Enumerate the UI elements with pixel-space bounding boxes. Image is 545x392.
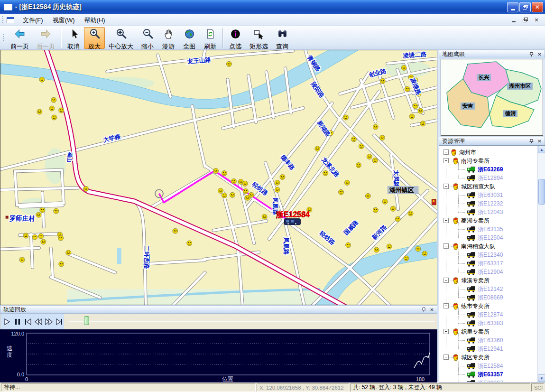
vehicle-marker-smiley[interactable] [373, 207, 378, 213]
skip-start-button[interactable] [23, 317, 33, 327]
tree-expander[interactable] [443, 329, 449, 334]
menu-item-H[interactable]: 帮助(H) [80, 15, 110, 25]
vehicle-marker-smiley[interactable] [213, 168, 219, 174]
vehicle-marker-smiley[interactable] [367, 154, 372, 159]
close-icon[interactable]: ✕ [536, 138, 543, 144]
vehicle-marker-smiley[interactable] [59, 108, 64, 113]
vehicle-tree[interactable]: 湖州市南浔专卖所浙E63269浙E12894城区稽查大队浙E63031浙E122… [440, 146, 536, 382]
tree-expander[interactable] [443, 158, 449, 163]
tree-item-vehicle[interactable]: 浙E12874 [466, 310, 503, 319]
vehicle-marker-smiley[interactable] [218, 188, 223, 193]
vehicle-marker-smiley[interactable] [37, 109, 42, 114]
minimize-button[interactable] [507, 2, 518, 12]
pan-button[interactable]: 漫游 [158, 27, 179, 49]
vehicle-marker-smiley[interactable] [32, 234, 37, 240]
vehicle-marker-smiley[interactable] [356, 163, 361, 168]
vehicle-marker-smiley[interactable] [230, 192, 235, 197]
tree-item-vehicle[interactable]: 浙E63031 [466, 191, 503, 199]
tree-expander[interactable] [443, 278, 449, 283]
tree-item-vehicle[interactable]: 浙E08669 [466, 293, 503, 302]
fast-forward-button[interactable] [44, 317, 54, 327]
tree-item-vehicle[interactable]: 浙E63357 [466, 370, 503, 379]
rewind-button[interactable] [34, 317, 43, 327]
vehicle-marker-smiley[interactable] [54, 208, 59, 214]
query-button[interactable]: 查询 [272, 27, 293, 49]
vehicle-marker-smiley[interactable] [49, 106, 55, 111]
vehicle-marker-smiley[interactable] [275, 187, 280, 192]
vehicle-marker-smiley[interactable] [245, 195, 250, 200]
tree-item-vehicle[interactable]: 浙E12941 [466, 345, 503, 353]
zoom-out-button[interactable]: 缩小 [137, 27, 158, 49]
vehicle-marker-smiley[interactable] [382, 199, 388, 204]
vehicle-marker-smiley[interactable] [409, 114, 415, 119]
tree-item-vehicle[interactable]: 浙E63269 [466, 165, 503, 174]
vehicle-marker-smiley[interactable] [38, 233, 44, 239]
tree-item-group[interactable]: 埭溪专卖所 [452, 276, 490, 285]
prev-page-button[interactable]: 前一页 [7, 27, 33, 49]
tree-item-vehicle[interactable]: 浙E12894 [466, 174, 503, 182]
vehicle-marker-smiley[interactable] [372, 158, 378, 163]
vehicle-marker-smiley[interactable] [23, 233, 28, 238]
point-select-button[interactable]: 点选 [225, 27, 246, 49]
tree-expander[interactable] [443, 149, 449, 155]
vehicle-marker-smiley[interactable] [418, 108, 423, 113]
tree-expander[interactable] [443, 218, 449, 223]
vehicle-marker-smiley[interactable] [323, 171, 328, 176]
vehicle-marker-smiley[interactable] [373, 124, 378, 130]
zoom-in-button[interactable]: 放大 [84, 27, 105, 49]
center-zoom-button[interactable]: 中心放大 [105, 27, 137, 49]
vehicle-marker-smiley[interactable] [380, 78, 385, 84]
vehicle-marker-smiley[interactable] [345, 180, 350, 185]
vehicle-marker-smiley[interactable] [51, 97, 56, 103]
tree-item-vehicle[interactable]: 浙E12043 [466, 208, 503, 216]
vehicle-marker-smiley[interactable] [422, 251, 427, 256]
overview-map[interactable]: 长兴湖州市区安吉德清 [441, 59, 543, 136]
rect-select-button[interactable]: 矩形选 [246, 27, 272, 49]
child-close-button[interactable]: ✕ [533, 17, 540, 24]
tracked-vehicle-bus[interactable] [284, 219, 300, 225]
tree-expander[interactable] [443, 184, 449, 189]
vehicle-marker-smiley[interactable] [413, 103, 418, 109]
vehicle-marker-smiley[interactable] [408, 211, 413, 216]
skip-end-button[interactable] [55, 317, 64, 327]
playback-slider-thumb[interactable] [84, 316, 89, 325]
vehicle-marker-smiley[interactable] [19, 257, 25, 262]
vehicle-marker-smiley[interactable] [52, 115, 57, 120]
vehicle-marker-smiley[interactable] [173, 228, 178, 233]
tree-item-vehicle[interactable]: 浙E63317 [466, 259, 503, 268]
vehicle-marker-smiley[interactable] [365, 193, 370, 198]
tree-item-vehicle[interactable]: 浙E12504 [466, 233, 503, 242]
toolbar-grip[interactable] [3, 34, 5, 42]
playback-slider-track[interactable] [68, 321, 435, 322]
tree-scrollbar[interactable]: ▲ ▼ [537, 146, 545, 382]
vehicle-marker-smiley[interactable] [315, 146, 320, 151]
pin-icon[interactable] [421, 307, 427, 313]
tree-item-group[interactable]: 织里专卖所 [452, 327, 490, 336]
scrollbar-thumb[interactable] [538, 179, 545, 205]
vehicle-marker-smiley[interactable] [36, 212, 41, 217]
vehicle-marker-smiley[interactable] [262, 214, 267, 219]
close-icon[interactable]: ✕ [429, 307, 435, 313]
menubar-grip[interactable] [2, 16, 4, 24]
tree-item-group[interactable]: 南浔专卖所 [452, 157, 490, 165]
tree-item-vehicle[interactable]: 浙E12340 [466, 251, 503, 259]
vehicle-marker-smiley[interactable] [351, 137, 356, 142]
child-minimize-button[interactable] [510, 17, 517, 24]
vehicle-marker-smiley[interactable] [416, 246, 421, 252]
tree-item-vehicle[interactable]: 浙E12232 [466, 199, 503, 208]
scroll-down-button[interactable]: ▼ [538, 374, 545, 382]
scroll-up-button[interactable]: ▲ [538, 146, 545, 153]
close-button[interactable]: ✕ [532, 2, 543, 12]
tree-item-vehicle[interactable]: 浙E63360 [466, 336, 503, 345]
vehicle-marker-smiley[interactable] [343, 115, 349, 120]
vehicle-marker-smiley[interactable] [40, 207, 45, 213]
refresh-button[interactable]: 刷新 [200, 27, 221, 49]
tree-expander[interactable] [443, 355, 449, 360]
vehicle-marker-smiley[interactable] [401, 65, 406, 70]
tree-item-vehicle[interactable]: 浙E12584 [466, 362, 503, 370]
vehicle-marker-smiley[interactable] [379, 135, 385, 140]
full-map-button[interactable]: 全图 [179, 27, 200, 49]
menu-item-F[interactable]: 文件(F) [18, 15, 48, 25]
tree-item-vehicle[interactable]: 浙E63135 [466, 225, 503, 233]
vehicle-marker-smiley[interactable] [275, 180, 280, 185]
